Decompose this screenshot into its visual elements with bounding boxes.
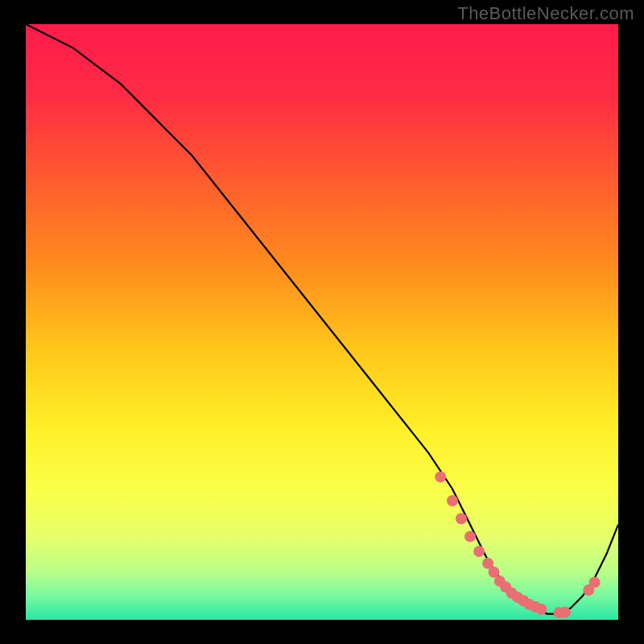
- data-point-marker: [559, 606, 571, 617]
- data-point-marker: [456, 513, 467, 524]
- data-point-marker: [473, 546, 485, 557]
- chart-frame: TheBottleNecker.com: [0, 0, 644, 644]
- data-point-marker: [464, 530, 476, 542]
- watermark-text: TheBottleNecker.com: [457, 3, 634, 24]
- chart-svg: [26, 24, 618, 620]
- chart-background: [26, 24, 618, 620]
- data-point-marker: [447, 495, 458, 506]
- data-point-marker: [589, 576, 601, 588]
- data-point-marker: [435, 471, 446, 482]
- data-point-marker: [535, 604, 547, 615]
